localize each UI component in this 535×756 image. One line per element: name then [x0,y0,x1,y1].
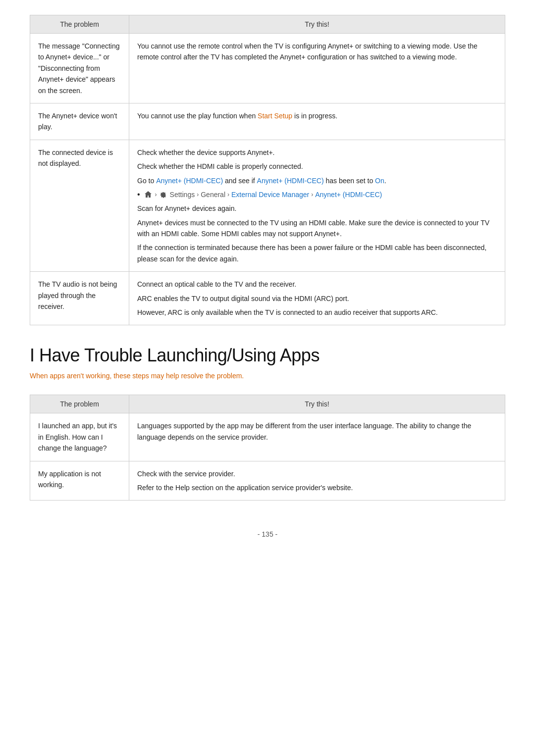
anynet-link-1: Anynet+ (HDMI-CEC) [156,177,223,185]
solution-cell: Connect an optical cable to the TV and t… [129,272,505,325]
on-link: On [375,177,384,185]
general-label: General [201,189,225,200]
settings-icon [159,191,167,199]
solution-cell: You cannot use the play function when St… [129,103,505,140]
apps-table: The problem Try this! I launched an app,… [30,395,505,501]
table-row: I launched an app, but it's in English. … [30,413,505,461]
start-setup-link: Start Setup [258,112,292,120]
problem-cell: The TV audio is not being played through… [30,272,129,325]
solution-cell: You cannot use the remote control when t… [129,34,505,103]
section2-title: I Have Trouble Launching/Using Apps [30,345,505,366]
home-icon [144,191,152,199]
problem-cell: The connected device is not displayed. [30,140,129,272]
section2-header: I Have Trouble Launching/Using Apps When… [30,345,505,380]
solution-cell: Languages supported by the app may be di… [129,413,505,461]
chevron-4: › [311,190,313,200]
table-row: My application is not working. Check wit… [30,461,505,501]
settings-label: Settings [170,189,195,200]
problem-cell: I launched an app, but it's in English. … [30,413,129,461]
bullet: • [137,189,140,200]
col-problem: The problem [30,395,129,413]
col-solution: Try this! [129,395,505,413]
chevron-2: › [197,190,199,200]
problem-cell: The message "Connecting to Anynet+ devic… [30,34,129,103]
page-footer: - 135 - [30,530,505,538]
table-row: The connected device is not displayed. C… [30,140,505,272]
chevron-1: › [155,190,157,200]
solution-cell: Check with the service provider. Refer t… [129,461,505,501]
col-solution: Try this! [129,15,505,34]
external-device-manager-label: External Device Manager [231,189,309,200]
anynet-table: The problem Try this! The message "Conne… [30,15,505,325]
page-number: - 135 - [258,530,277,538]
nav-path: › Settings › General › External Device M… [144,189,382,200]
anynet-label: Anynet+ (HDMI-CEC) [315,189,382,200]
table-row: The Anynet+ device won't play. You canno… [30,103,505,140]
anynet-link-2: Anynet+ (HDMI-CEC) [257,177,324,185]
table-row: The TV audio is not being played through… [30,272,505,325]
chevron-3: › [227,190,229,200]
problem-cell: The Anynet+ device won't play. [30,103,129,140]
table-row: The message "Connecting to Anynet+ devic… [30,34,505,103]
section2-subtitle: When apps aren't working, these steps ma… [30,372,505,380]
problem-cell: My application is not working. [30,461,129,501]
col-problem: The problem [30,15,129,34]
nav-path-row: • › Settings › General › External D [137,189,497,200]
solution-cell: Check whether the device supports Anynet… [129,140,505,272]
